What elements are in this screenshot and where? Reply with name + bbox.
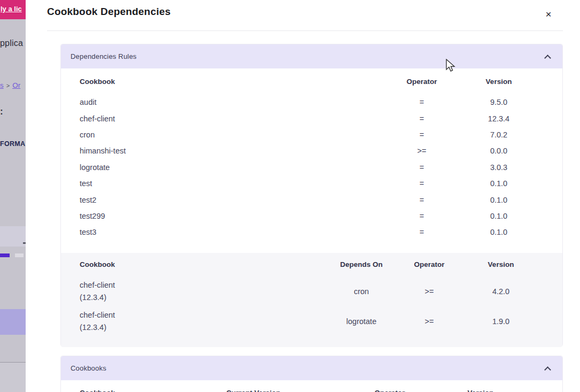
background-heading-snippet: pplica: [0, 39, 23, 48]
cell-operator: =: [420, 110, 424, 126]
cookbooks-header[interactable]: Cookbooks: [61, 356, 562, 380]
table-row: test3 = 0.1.0: [61, 224, 562, 240]
table-row: cron = 7.0.2: [61, 127, 562, 143]
background-progress-bar-active: [0, 253, 10, 257]
cell-operator: =: [420, 94, 424, 110]
cell-version: 12.3.4: [488, 110, 509, 126]
cell-cookbook: cron: [80, 127, 95, 143]
cell-version: 1.9.0: [492, 306, 509, 336]
cell-operator: =: [420, 208, 424, 224]
cell-version: 3.0.3: [490, 159, 507, 175]
depends-table-header: Cookbook Depends On Operator Version: [61, 253, 562, 276]
cell-operator: =: [420, 175, 424, 191]
col-header-cookbook: Cookbook: [80, 253, 115, 276]
cell-cookbook: audit: [80, 94, 96, 110]
col-header-cookbook: Cookbook: [80, 389, 115, 392]
cell-operator: =: [420, 127, 424, 143]
background-tab-snippet: FORMA: [0, 140, 25, 148]
cell-operator: >=: [425, 306, 434, 336]
cell-cookbook: logrotate: [80, 159, 110, 175]
col-header-version: Version: [488, 253, 514, 276]
cell-depends-on: cron: [354, 276, 369, 306]
col-header-depends-on: Depends On: [340, 253, 383, 276]
background-title-snippet: :: [0, 106, 3, 117]
cell-version: 9.5.0: [490, 94, 507, 110]
table-row: audit = 9.5.0: [61, 94, 562, 110]
cookbooks-table-header: Cookbook Current Version Operator Versio…: [61, 380, 562, 392]
table-row: chef-client(12.3.4) cron >= 4.2.0: [61, 276, 562, 306]
screen: ly a lic pplica s>Or : FORMA Cookbook De…: [0, 0, 580, 392]
rules-table: Cookbook Operator Version audit = 9.5.0 …: [61, 68, 562, 241]
cell-version: 0.0.0: [490, 143, 507, 159]
title-divider: [47, 30, 563, 31]
cell-cookbook: chef-client(12.3.4): [80, 276, 115, 306]
chevron-up-icon: [544, 365, 551, 372]
table-row: chef-client(12.3.4) logrotate >= 1.9.0: [61, 306, 562, 336]
cell-cookbook: test2: [80, 191, 96, 207]
table-row: himanshi-test >= 0.0.0: [61, 143, 562, 159]
cell-version: 0.1.0: [490, 191, 507, 207]
background-progress-bar-rest: [15, 253, 24, 257]
table-row: chef-client = 12.3.4: [61, 110, 562, 126]
col-header-current-version: Current Version: [226, 389, 280, 392]
breadcrumb: s>Or: [0, 81, 20, 89]
license-banner-link[interactable]: ly a lic: [1, 5, 22, 13]
cookbooks-card: Cookbooks Cookbook Current Version Opera…: [60, 356, 563, 392]
dependencies-rules-card: Dependencies Rules Cookbook Operator Ver…: [60, 44, 563, 347]
close-icon[interactable]: ×: [542, 7, 555, 21]
depends-on-table: Cookbook Depends On Operator Version che…: [61, 253, 562, 347]
cell-cookbook: test: [80, 175, 92, 191]
cell-operator: >=: [425, 276, 434, 306]
cell-cookbook: chef-client: [80, 110, 115, 126]
cell-operator: =: [420, 224, 424, 240]
cell-cookbook: test299: [80, 208, 105, 224]
modal-title: Cookbook Dependencies: [47, 6, 171, 18]
cookbooks-title: Cookbooks: [71, 364, 106, 372]
col-header-cookbook: Cookbook: [80, 68, 115, 94]
col-header-version: Version: [468, 389, 494, 392]
chevron-up-icon: [544, 53, 551, 60]
background-row-fragment: [0, 363, 26, 392]
cell-cookbook: chef-client(12.3.4): [80, 306, 115, 336]
table-row: test299 = 0.1.0: [61, 208, 562, 224]
cookbook-dependencies-modal: Cookbook Dependencies × Dependencies Rul…: [26, 0, 580, 392]
table-row: test = 0.1.0: [61, 175, 562, 191]
cell-operator: =: [420, 191, 424, 207]
license-banner: ly a lic: [0, 0, 26, 19]
col-header-version: Version: [486, 68, 512, 94]
cell-version: 7.0.2: [490, 127, 507, 143]
dependencies-rules-title: Dependencies Rules: [71, 52, 137, 60]
col-header-operator: Operator: [406, 68, 437, 94]
breadcrumb-link-left[interactable]: s: [0, 81, 4, 89]
col-header-operator: Operator: [374, 389, 405, 392]
breadcrumb-separator-icon: >: [6, 82, 10, 89]
cell-version: 0.1.0: [490, 208, 507, 224]
dependencies-rules-header[interactable]: Dependencies Rules: [61, 44, 562, 68]
breadcrumb-link-org[interactable]: Or: [12, 81, 20, 89]
table-row: test2 = 0.1.0: [61, 191, 562, 207]
cell-operator: =: [420, 159, 424, 175]
cell-depends-on: logrotate: [346, 306, 376, 336]
cell-cookbook: himanshi-test: [80, 143, 126, 159]
background-panel-fragment: [0, 226, 26, 247]
col-header-operator: Operator: [414, 253, 444, 276]
table-row: logrotate = 3.0.3: [61, 159, 562, 175]
cell-operator: >=: [417, 143, 427, 159]
background-selected-row: [0, 309, 26, 335]
cell-version: 0.1.0: [490, 175, 507, 191]
dimmed-background-page: ly a lic pplica s>Or : FORMA: [0, 0, 26, 392]
cell-cookbook: test3: [80, 224, 96, 240]
rules-table-header: Cookbook Operator Version: [61, 68, 562, 94]
cell-version: 0.1.0: [490, 224, 507, 240]
cell-version: 4.2.0: [492, 276, 509, 306]
